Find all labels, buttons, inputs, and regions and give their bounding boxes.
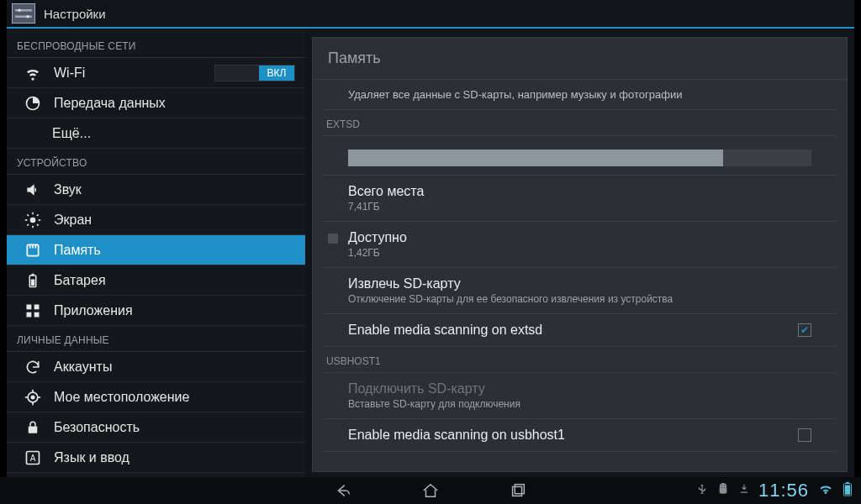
checkbox-scan-usbhost1[interactable]	[798, 428, 811, 442]
sidebar-item-security[interactable]: Безопасность	[7, 412, 305, 443]
sync-icon	[24, 358, 42, 376]
erase-sd-description: Удаляет все данные с SD-карты, например …	[323, 80, 837, 110]
titlebar: Настройки	[7, 0, 854, 29]
svg-rect-15	[29, 244, 31, 248]
download-icon	[738, 481, 750, 501]
row-title: Enable media scanning on extsd	[348, 323, 542, 338]
storage-icon	[24, 241, 42, 260]
content-title: Память	[313, 38, 847, 80]
svg-line-11	[37, 224, 39, 226]
svg-rect-24	[34, 312, 40, 317]
row-value: 1,42ГБ	[348, 247, 811, 259]
status-bar[interactable]: 11:56	[696, 477, 853, 504]
settings-window: Настройки БЕСПРОВОДНЫЕ СЕТИ Wi-Fi ВКЛ Пе…	[7, 0, 854, 477]
row-title: Подключить SD-карту	[348, 381, 811, 396]
row-scan-extsd[interactable]: Enable media scanning on extsd	[323, 314, 837, 347]
sidebar-item-label: Батарея	[54, 273, 106, 288]
sidebar-item-location[interactable]: Мое местоположение	[7, 382, 305, 412]
wifi-icon	[24, 64, 42, 82]
svg-line-10	[27, 214, 29, 216]
section-header-personal: ЛИЧНЫЕ ДАННЫЕ	[7, 326, 305, 352]
row-title: Извлечь SD-карту	[348, 276, 811, 291]
svg-line-13	[37, 214, 39, 216]
svg-rect-0	[15, 9, 32, 12]
storage-usage-fill	[348, 150, 723, 166]
row-available[interactable]: Доступно 1,42ГБ	[323, 222, 837, 268]
sidebar-item-wifi[interactable]: Wi-Fi ВКЛ	[7, 58, 305, 88]
svg-rect-23	[27, 312, 32, 317]
section-header-device: УСТРОЙСТВО	[7, 149, 305, 175]
sidebar-item-sound[interactable]: Звук	[7, 175, 305, 205]
sidebar-item-label: Звук	[54, 182, 82, 197]
body: БЕСПРОВОДНЫЕ СЕТИ Wi-Fi ВКЛ Передача дан…	[7, 29, 854, 477]
back-button[interactable]	[330, 480, 357, 501]
sidebar-item-more[interactable]: Ещё...	[7, 118, 305, 149]
sidebar-item-label: Передача данных	[54, 96, 166, 111]
svg-rect-16	[32, 244, 34, 248]
sidebar-item-battery[interactable]: Батарея	[7, 265, 305, 296]
sidebar-item-data-usage[interactable]: Передача данных	[7, 88, 305, 118]
sidebar-item-label: Язык и ввод	[54, 450, 129, 465]
svg-text:A: A	[30, 454, 36, 463]
recent-apps-button[interactable]	[504, 480, 531, 501]
home-button[interactable]	[417, 480, 444, 501]
android-debug-icon	[716, 481, 730, 501]
row-title: Доступно	[348, 230, 811, 245]
content-scroll[interactable]: Удаляет все данные с SD-карты, например …	[313, 80, 847, 471]
data-icon	[24, 94, 42, 113]
sidebar-item-accounts[interactable]: Аккаунты	[7, 352, 305, 382]
svg-point-37	[724, 485, 725, 486]
content-panel: Память Удаляет все данные с SD-карты, на…	[312, 37, 848, 472]
group-usbhost1: USBHOST1	[323, 347, 837, 373]
sound-icon	[24, 181, 42, 199]
sidebar-item-language[interactable]: A Язык и ввод	[7, 443, 305, 473]
sidebar-item-storage[interactable]: Память	[7, 235, 305, 265]
svg-rect-20	[31, 279, 35, 286]
row-title: Всего места	[348, 184, 811, 199]
wifi-toggle-knob: ВКЛ	[259, 66, 294, 81]
sidebar-item-label: Экран	[54, 213, 92, 228]
usb-icon	[696, 481, 708, 501]
svg-rect-31	[29, 426, 38, 433]
row-mount-sd: Подключить SD-карту Вставьте SD-карту дл…	[323, 373, 837, 419]
location-icon	[24, 388, 42, 407]
sidebar-item-display[interactable]: Экран	[7, 205, 305, 235]
svg-rect-39	[846, 481, 849, 483]
status-wifi-icon	[817, 481, 834, 501]
svg-rect-40	[845, 485, 850, 494]
row-unmount-sd[interactable]: Извлечь SD-карту Отключение SD-карты для…	[323, 268, 837, 314]
display-icon	[24, 211, 42, 229]
language-icon: A	[24, 449, 42, 467]
battery-icon	[24, 271, 42, 290]
svg-point-26	[31, 396, 34, 398]
svg-line-12	[27, 224, 29, 226]
settings-app-icon	[12, 3, 35, 24]
status-battery-icon	[843, 481, 853, 501]
row-title: Enable media scanning on usbhost1	[348, 428, 565, 443]
app-title: Настройки	[44, 7, 106, 21]
storage-usage-bar	[348, 150, 811, 166]
svg-rect-19	[32, 273, 34, 275]
avail-swatch	[328, 234, 338, 244]
row-value: 7,41ГБ	[348, 201, 811, 213]
sidebar-item-label: Аккаунты	[54, 360, 112, 375]
row-sub: Отключение SD-карты для ее безопасного и…	[348, 293, 811, 305]
row-sub: Вставьте SD-карту для подключения	[348, 398, 811, 410]
svg-rect-35	[515, 485, 524, 494]
sidebar-item-label: Wi-Fi	[54, 66, 85, 81]
sidebar-item-label: Безопасность	[54, 420, 140, 435]
apps-icon	[24, 302, 42, 320]
wifi-toggle[interactable]: ВКЛ	[214, 65, 295, 81]
checkbox-scan-extsd[interactable]	[798, 323, 811, 337]
row-scan-usbhost1[interactable]: Enable media scanning on usbhost1	[323, 419, 837, 452]
sidebar: БЕСПРОВОДНЫЕ СЕТИ Wi-Fi ВКЛ Передача дан…	[7, 29, 305, 477]
svg-point-1	[18, 8, 21, 12]
row-total-space[interactable]: Всего места 7,41ГБ	[323, 176, 837, 222]
svg-rect-21	[27, 304, 32, 309]
lock-icon	[24, 418, 42, 437]
group-extsd: EXTSD	[323, 110, 837, 136]
svg-rect-22	[34, 304, 40, 309]
svg-rect-2	[15, 16, 32, 18]
sidebar-item-apps[interactable]: Приложения	[7, 296, 305, 326]
svg-rect-17	[35, 244, 37, 248]
